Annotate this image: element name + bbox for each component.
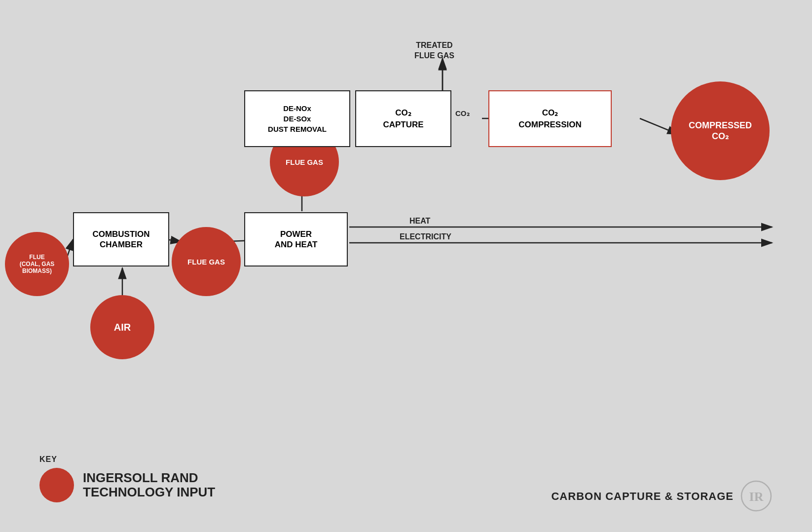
- key-section: KEY INGERSOLL RAND TECHNOLOGY INPUT: [39, 455, 215, 502]
- brand-section: CARBON CAPTURE & STORAGE IR: [551, 480, 773, 512]
- flue-input-circle: FLUE (COAL, GAS BIOMASS): [5, 232, 69, 296]
- key-title: KEY: [39, 455, 215, 464]
- compressed-co2-circle: COMPRESSED CO₂: [671, 81, 770, 180]
- flue-gas-circle-1: FLUE GAS: [172, 227, 241, 296]
- key-circle-icon: [39, 468, 74, 502]
- key-content: INGERSOLL RAND TECHNOLOGY INPUT: [39, 468, 215, 502]
- co2-compression-box: CO₂ COMPRESSION: [488, 90, 612, 147]
- key-description: INGERSOLL RAND TECHNOLOGY INPUT: [83, 471, 215, 499]
- power-heat-box: POWER AND HEAT: [244, 212, 348, 266]
- heat-label: HEAT: [409, 216, 430, 227]
- diagram: FLUE (COAL, GAS BIOMASS) COMBUSTION CHAM…: [0, 0, 812, 532]
- combustion-chamber-box: COMBUSTION CHAMBER: [73, 212, 169, 266]
- co2-flow-label: CO₂: [455, 109, 470, 118]
- treated-flue-gas-label: TREATED FLUE GAS: [414, 40, 454, 61]
- electricity-label: ELECTRICITY: [400, 232, 451, 242]
- brand-text: CARBON CAPTURE & STORAGE: [551, 490, 734, 503]
- co2-capture-box: CO₂ CAPTURE: [355, 90, 451, 147]
- denox-desox-box: DE-NOx DE-SOx DUST REMOVAL: [244, 90, 350, 147]
- air-circle: AIR: [90, 295, 154, 359]
- ir-logo-icon: IR: [740, 480, 773, 512]
- svg-text:IR: IR: [749, 490, 764, 504]
